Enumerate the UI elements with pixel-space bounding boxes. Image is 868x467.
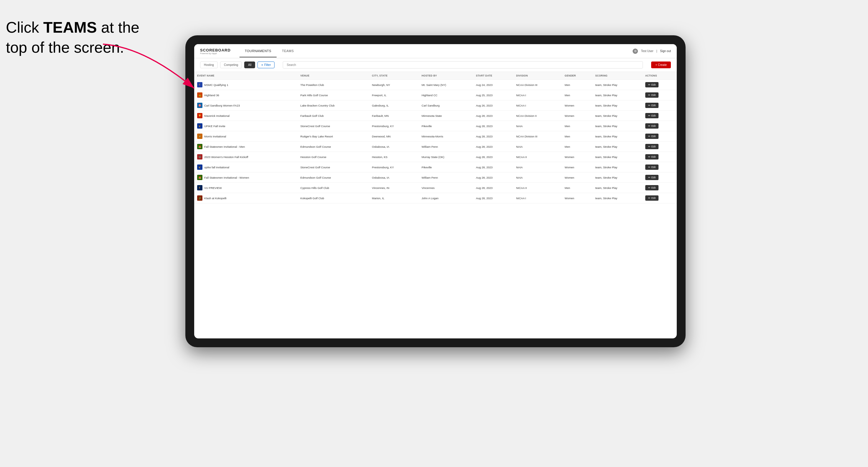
- division-cell: NCAA Division III: [513, 131, 562, 142]
- create-button[interactable]: + Create: [651, 62, 671, 68]
- hosted-cell: Pikeville: [419, 121, 473, 131]
- nav-bar: SCOREBOARD Powered by clippit TOURNAMENT…: [194, 44, 677, 58]
- actions-cell: ✏ Edit: [642, 131, 677, 142]
- date-cell: Aug 28, 2023: [473, 111, 514, 121]
- search-box: [283, 61, 643, 68]
- event-name: Fall Statesmen Invitational - Women: [204, 176, 249, 179]
- city-cell: Faribault, MN: [369, 111, 419, 121]
- scoring-cell: team, Stroke Play: [592, 193, 642, 203]
- edit-button[interactable]: ✏ Edit: [645, 144, 659, 149]
- city-cell: Marion, IL: [369, 193, 419, 203]
- city-cell: Oskaloosa, IA: [369, 142, 419, 152]
- gender-cell: Women: [562, 100, 592, 111]
- gender-cell: Women: [562, 111, 592, 121]
- edit-button[interactable]: ✏ Edit: [645, 103, 659, 108]
- actions-cell: ✏ Edit: [642, 162, 677, 173]
- edit-icon: ✏: [648, 124, 651, 127]
- event-name: Maverick Invitational: [204, 114, 229, 117]
- event-name: upike fall invitational: [204, 166, 229, 169]
- scoring-cell: team, Stroke Play: [592, 173, 642, 183]
- edit-icon: ✏: [648, 83, 651, 86]
- edit-button[interactable]: ✏ Edit: [645, 82, 659, 87]
- settings-icon[interactable]: ⚙: [632, 49, 638, 54]
- event-name-cell: 🦁 Morris Invitational: [194, 131, 298, 142]
- event-name-cell: ⛳ Highland 36: [194, 90, 298, 100]
- event-name-cell: 🏌 MSMC Qualifying 1: [194, 80, 298, 90]
- instruction-line1: Click TEAMS at the: [6, 19, 140, 36]
- actions-cell: ✏ Edit: [642, 142, 677, 152]
- actions-cell: ✏ Edit: [642, 90, 677, 100]
- edit-icon: ✏: [648, 94, 651, 96]
- edit-button[interactable]: ✏ Edit: [645, 164, 659, 170]
- event-name-cell: 🎯 Carl Sandburg Women FA23: [194, 100, 298, 111]
- col-gender: GENDER: [562, 72, 592, 80]
- search-input[interactable]: [283, 61, 643, 68]
- hosted-cell: Minnesota State: [419, 111, 473, 121]
- all-filter-btn[interactable]: All: [244, 62, 255, 68]
- edit-label: Edit: [651, 124, 656, 127]
- scoring-cell: team, Stroke Play: [592, 142, 642, 152]
- hosted-cell: Minnesota-Morris: [419, 131, 473, 142]
- city-cell: Prestonsburg, KY: [369, 162, 419, 173]
- table-container: EVENT NAME VENUE CITY, STATE HOSTED BY S…: [194, 72, 677, 338]
- tab-tournaments[interactable]: TOURNAMENTS: [240, 45, 277, 57]
- event-name-cell: 🦊 Fall Statesmen Invitational - Men: [194, 142, 298, 152]
- edit-button[interactable]: ✏ Edit: [645, 123, 659, 129]
- event-name: Fall Statesmen Invitational - Men: [204, 145, 245, 148]
- event-name-cell: 🐻 2023 Women's Hesston Fall Kickoff: [194, 152, 298, 162]
- scoring-cell: team, Stroke Play: [592, 111, 642, 121]
- date-cell: Aug 28, 2023: [473, 193, 514, 203]
- division-cell: NICAA I: [513, 193, 562, 203]
- date-cell: Aug 28, 2023: [473, 183, 514, 193]
- logo-title: SCOREBOARD: [200, 48, 231, 52]
- col-event-name: EVENT NAME: [194, 72, 298, 80]
- table-row: 🐊 Klash at Kokopelli Kokopelli Golf Club…: [194, 193, 677, 203]
- competing-filter-btn[interactable]: Competing: [220, 62, 242, 68]
- edit-button[interactable]: ✏ Edit: [645, 175, 659, 180]
- scoring-cell: team, Stroke Play: [592, 80, 642, 90]
- team-icon: 🐻: [197, 154, 203, 159]
- filter-label: Filter: [264, 63, 271, 66]
- team-icon: 🎯: [197, 103, 203, 108]
- gender-cell: Women: [562, 162, 592, 173]
- edit-button[interactable]: ✏ Edit: [645, 154, 659, 159]
- edit-button[interactable]: ✏ Edit: [645, 133, 659, 139]
- scoring-cell: team, Stroke Play: [592, 90, 642, 100]
- team-icon: 🏌: [197, 185, 203, 190]
- city-cell: Vincennes, IN: [369, 183, 419, 193]
- team-icon: 🦅: [197, 164, 203, 170]
- division-cell: NICAA I: [513, 90, 562, 100]
- venue-cell: The Powelton Club: [298, 80, 369, 90]
- team-icon: 🦅: [197, 123, 203, 129]
- nav-separator: |: [656, 50, 657, 53]
- event-name: VU PREVIEW: [204, 186, 222, 189]
- team-icon: 🏌: [197, 82, 203, 87]
- venue-cell: Edmundson Golf Course: [298, 142, 369, 152]
- event-name: Carl Sandburg Women FA23: [204, 104, 240, 107]
- table-row: ⛳ Highland 36 Park Hills Golf Course Fre…: [194, 90, 677, 100]
- edit-label: Edit: [651, 94, 656, 96]
- edit-button[interactable]: ✏ Edit: [645, 185, 659, 190]
- tab-teams[interactable]: TEAMS: [277, 45, 299, 57]
- team-icon: 🦁: [197, 133, 203, 139]
- city-cell: Newburgh, NY: [369, 80, 419, 90]
- signout-link[interactable]: Sign out: [660, 50, 671, 53]
- venue-cell: Lake Bracken Country Club: [298, 100, 369, 111]
- filter-icon-btn[interactable]: ≡ Filter: [257, 62, 275, 68]
- edit-label: Edit: [651, 114, 656, 117]
- date-cell: Aug 28, 2023: [473, 121, 514, 131]
- edit-label: Edit: [651, 104, 656, 107]
- col-venue: VENUE: [298, 72, 369, 80]
- edit-button[interactable]: ✏ Edit: [645, 113, 659, 118]
- hosted-cell: Murray State (OK): [419, 152, 473, 162]
- gender-cell: Women: [562, 193, 592, 203]
- col-scoring: SCORING: [592, 72, 642, 80]
- team-icon: 🦊: [197, 144, 203, 149]
- hosting-filter-btn[interactable]: Hosting: [200, 62, 218, 68]
- edit-button[interactable]: ✏ Edit: [645, 92, 659, 98]
- date-cell: Aug 28, 2023: [473, 173, 514, 183]
- venue-cell: Kokopelli Golf Club: [298, 193, 369, 203]
- edit-button[interactable]: ✏ Edit: [645, 195, 659, 201]
- scoring-cell: team, Stroke Play: [592, 121, 642, 131]
- table-row: 🏌 VU PREVIEW Cypress Hills Golf Club Vin…: [194, 183, 677, 193]
